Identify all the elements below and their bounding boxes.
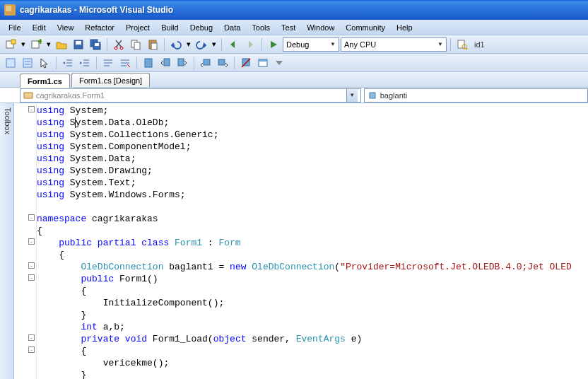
decrease-indent-button[interactable] <box>60 55 76 71</box>
svg-rect-35 <box>145 59 152 67</box>
editor-area: Toolbox - - - - - - - using System; usin… <box>0 103 588 379</box>
tab-form1-design[interactable]: Form1.cs [Design] <box>71 73 150 87</box>
add-item-dropdown[interactable]: ▾ <box>45 37 52 52</box>
menu-window[interactable]: Window <box>301 21 340 34</box>
menu-tools[interactable]: Tools <box>246 21 276 34</box>
new-project-dropdown[interactable]: ▾ <box>20 37 27 52</box>
redo-button[interactable] <box>194 37 209 52</box>
separator <box>164 38 165 51</box>
outline-collapse-icon[interactable]: - <box>28 334 35 341</box>
outline-collapse-icon[interactable]: - <box>28 262 35 269</box>
menu-help[interactable]: Help <box>391 21 418 34</box>
outline-collapse-icon[interactable]: - <box>28 274 35 281</box>
comment-button[interactable] <box>100 55 116 71</box>
toolbox-tab[interactable]: Toolbox <box>0 103 14 379</box>
svg-line-17 <box>466 48 467 49</box>
platform-combo[interactable]: Any CPU▼ <box>341 37 447 52</box>
cut-button[interactable] <box>111 37 127 52</box>
document-tabs: Form1.cs Form1.cs [Design] <box>0 72 588 88</box>
separator <box>234 57 235 69</box>
undo-dropdown[interactable]: ▾ <box>185 37 192 52</box>
svg-line-34 <box>127 64 130 67</box>
menu-project[interactable]: Project <box>120 21 155 34</box>
nav-back-button[interactable] <box>225 37 241 52</box>
window-title: cagrikarakas - Microsoft Visual Studio <box>20 5 173 15</box>
find-text[interactable]: id1 <box>471 40 488 49</box>
menu-edit[interactable]: Edit <box>27 21 52 34</box>
code-nav-bar: cagrikarakas.Form1 ▼ baglanti <box>0 88 588 103</box>
save-all-button[interactable] <box>88 37 103 52</box>
svg-rect-18 <box>6 59 15 67</box>
separator <box>194 57 194 69</box>
chevron-down-icon: ▼ <box>346 89 358 102</box>
paste-button[interactable] <box>145 37 160 52</box>
config-combo[interactable]: Debug▼ <box>283 37 339 52</box>
tab-label: Form1.cs [Design] <box>79 76 142 85</box>
bookmark-window-button[interactable] <box>255 55 271 71</box>
separator <box>56 57 57 69</box>
menu-view[interactable]: View <box>52 21 80 34</box>
outline-collapse-icon[interactable]: - <box>28 346 35 353</box>
menu-bar: File Edit View Refactor Project Build De… <box>0 20 588 35</box>
type-value: cagrikarakas.Form1 <box>36 91 346 100</box>
next-bookmark-folder-button[interactable] <box>215 55 230 71</box>
outline-collapse-icon[interactable]: - <box>28 214 35 221</box>
nav-fwd-button[interactable] <box>242 37 258 52</box>
member-value: baglanti <box>380 91 584 100</box>
clear-bookmarks-button[interactable] <box>238 55 254 71</box>
svg-rect-1 <box>11 40 16 44</box>
undo-button[interactable] <box>168 37 184 52</box>
class-icon <box>23 91 33 100</box>
menu-build[interactable]: Build <box>155 21 184 34</box>
save-button[interactable] <box>71 37 86 52</box>
next-bookmark-button[interactable] <box>175 55 190 71</box>
redo-dropdown[interactable]: ▾ <box>211 37 218 52</box>
code-editor[interactable]: using System; using System.Data.OleDb; u… <box>37 103 588 379</box>
svg-rect-15 <box>458 40 464 48</box>
increase-indent-button[interactable] <box>77 55 93 71</box>
member-combo[interactable]: baglanti <box>364 88 588 103</box>
menu-community[interactable]: Community <box>340 21 391 34</box>
display-object-button[interactable] <box>3 55 18 71</box>
separator <box>136 57 137 69</box>
add-item-button[interactable]: ✚ <box>28 37 44 52</box>
standard-toolbar: ▾ ✚ ▾ ▾ ▾ Debug▼ Any CPU▼ id1 <box>0 35 588 54</box>
start-debug-button[interactable] <box>266 37 281 52</box>
menu-debug[interactable]: Debug <box>184 21 218 34</box>
svg-rect-38 <box>204 59 210 65</box>
svg-rect-43 <box>259 59 267 62</box>
display-member-button[interactable] <box>20 55 35 71</box>
copy-button[interactable] <box>128 37 143 52</box>
svg-text:✚: ✚ <box>37 39 42 45</box>
type-combo[interactable]: cagrikarakas.Form1 ▼ <box>20 88 361 103</box>
prev-bookmark-button[interactable] <box>158 55 173 71</box>
svg-rect-5 <box>76 41 81 45</box>
find-in-files-button[interactable] <box>454 37 470 52</box>
prev-bookmark-folder-button[interactable] <box>198 55 213 71</box>
separator <box>450 38 451 51</box>
svg-rect-39 <box>218 59 225 65</box>
menu-refactor[interactable]: Refactor <box>79 21 120 34</box>
menu-data[interactable]: Data <box>218 21 246 34</box>
svg-rect-8 <box>95 43 99 46</box>
bookmark-button[interactable] <box>141 55 156 71</box>
toolbar-options-button[interactable] <box>272 55 288 71</box>
separator <box>221 38 222 51</box>
svg-rect-12 <box>134 42 140 49</box>
cursor-icon[interactable] <box>37 55 52 71</box>
menu-test[interactable]: Test <box>276 21 301 34</box>
separator <box>96 57 97 69</box>
outline-collapse-icon[interactable]: - <box>28 106 35 112</box>
menu-file[interactable]: File <box>3 21 27 34</box>
tab-form1-cs[interactable]: Form1.cs <box>20 74 70 88</box>
svg-rect-45 <box>370 93 375 98</box>
outline-collapse-icon[interactable]: - <box>28 238 35 245</box>
title-bar: cagrikarakas - Microsoft Visual Studio <box>0 0 588 20</box>
platform-value: Any CPU <box>344 40 376 49</box>
tab-label: Form1.cs <box>28 77 62 86</box>
field-icon <box>368 91 377 100</box>
open-button[interactable] <box>54 37 69 52</box>
new-project-button[interactable] <box>3 37 18 52</box>
uncomment-button[interactable] <box>117 55 133 71</box>
config-value: Debug <box>286 40 309 49</box>
